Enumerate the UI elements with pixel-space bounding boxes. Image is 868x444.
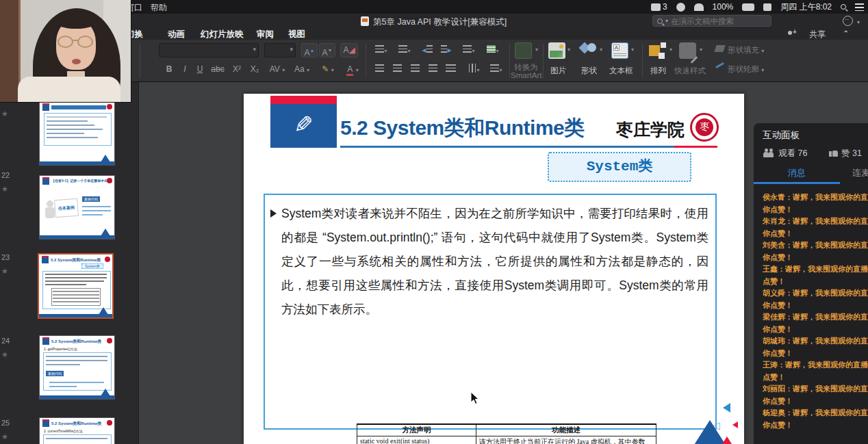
active-tab-indicator xyxy=(754,182,840,184)
underline-button[interactable]: U xyxy=(193,62,207,77)
quick-styles-icon xyxy=(679,42,696,59)
table-header-row: 方法声明 功能描述 xyxy=(357,424,656,436)
viewers-icon xyxy=(763,149,775,157)
title-underline-blue xyxy=(340,146,674,148)
slide-thumbnail-22[interactable]: 【任务5-1】记录一个子串在整串中出现的次数 任务案例 案例代码 xyxy=(39,175,115,239)
thumb-title: 5.2 System类和Runtime类 xyxy=(51,257,110,263)
ppt-doc-icon xyxy=(361,16,369,26)
tab-view[interactable]: 视图 xyxy=(288,29,305,40)
quick-styles-button[interactable]: 快速样式 xyxy=(674,66,706,76)
line-spacing-button[interactable]: ▾ xyxy=(459,43,479,57)
system-methods-table[interactable]: 方法声明 功能描述 static void exit(int status)该方… xyxy=(357,423,656,444)
thumb-heading: 2. currentTimeMillis()方法 xyxy=(44,429,111,433)
thumb-title: 5.2 System类和Runtime类 xyxy=(51,421,110,427)
thumb-caption: 任务案例 xyxy=(54,198,79,218)
thumb-heading: 1. getProperties()方法 xyxy=(44,347,111,351)
star-icon: ★ xyxy=(1,185,8,194)
change-case-button[interactable]: Aa ▾ xyxy=(290,62,314,77)
columns-button[interactable]: ▾ xyxy=(463,62,485,77)
slide-thumbnail-21[interactable] xyxy=(39,101,115,166)
superscript-button[interactable]: X² xyxy=(229,62,245,77)
highlight-color-button[interactable]: ✎ ▾ xyxy=(316,62,340,77)
subscript-button[interactable]: X₂ xyxy=(246,62,263,77)
convert-smartart-button[interactable]: 转换为SmartArt xyxy=(511,63,541,79)
tab-slideshow[interactable]: 幻灯片放映 xyxy=(201,29,244,40)
align-right-button[interactable] xyxy=(407,62,423,77)
justify-button[interactable] xyxy=(424,62,441,77)
chat-message: 王鑫：谢辉，我来围观你的直播啦，给你点赞！ xyxy=(763,263,868,287)
battery-percent[interactable]: 100% xyxy=(713,2,734,12)
tab-messages[interactable]: 消息 xyxy=(788,167,806,179)
align-center-button[interactable] xyxy=(389,62,405,77)
slide-body-textbox[interactable]: System类对读者来说并不陌生，因为在之前所学知识中，需要打印结果时，使用的都… xyxy=(264,194,717,430)
clear-formatting-button[interactable]: A◢ xyxy=(340,43,358,57)
chat-message: 刘丽阳：谢辉，我来围观你的直播啦，给你点赞！ xyxy=(763,383,868,407)
chat-message: 梁佳辉：谢辉，我来围观你的直播啦，给你点赞！ xyxy=(763,311,868,335)
like-icon[interactable] xyxy=(829,148,838,157)
shrink-font-button[interactable]: A▼ xyxy=(319,43,335,57)
shape-fill-icon xyxy=(714,45,725,52)
menubar-clock[interactable]: 周四 上午8:02 xyxy=(780,1,832,13)
table-button[interactable]: ▾ xyxy=(482,43,504,57)
increase-indent-button[interactable]: ▸ xyxy=(438,43,455,57)
tab-animations[interactable]: 动画 xyxy=(168,29,185,40)
collapse-ribbon-icon[interactable]: ⌃ xyxy=(843,29,849,37)
compass-icon[interactable] xyxy=(676,3,685,12)
system-class-badge[interactable]: System类 xyxy=(548,152,691,182)
numbering-button[interactable]: ▾ xyxy=(394,43,415,57)
slide-canvas[interactable]: ✎ 5.2 System类和Runtime类 枣庄学院 枣 System类 Sy… xyxy=(244,94,744,444)
arrange-icon xyxy=(649,42,666,59)
arrange-button[interactable]: 排列 xyxy=(650,66,666,76)
slide-thumbnail-25[interactable]: 5.2 System类和Runtime类 2. currentTimeMilli… xyxy=(39,417,115,444)
prev-arrow-icon[interactable] xyxy=(723,403,730,413)
tab-mic-connect[interactable]: 连麦 xyxy=(852,167,868,179)
document-title: 第5章 Java API 教学设计[兼容模式] xyxy=(373,16,507,28)
tab-review[interactable]: 审阅 xyxy=(257,29,274,40)
camera-status-item[interactable]: 3 xyxy=(651,2,667,12)
slide-number: 23 xyxy=(1,253,10,261)
chat-message: 朱肖龙：谢辉，我来围观你的直播啦，给你点赞！ xyxy=(763,216,868,239)
font-size-combo[interactable] xyxy=(264,43,296,57)
character-spacing-button[interactable]: AV ▾ xyxy=(266,62,289,77)
thumb-badge: 案例代码 xyxy=(46,371,64,376)
shape-outline-button[interactable]: 形状轮廓 ▾ xyxy=(728,64,764,75)
picture-icon xyxy=(548,42,565,59)
menu-help[interactable]: 帮助 xyxy=(151,2,167,14)
font-color-button[interactable]: A ▾ xyxy=(342,62,363,77)
search-input[interactable] xyxy=(671,17,760,25)
slide-number: 25 xyxy=(1,419,10,427)
slide-title[interactable]: 5.2 System类和Runtime类 xyxy=(340,114,585,142)
font-name-combo[interactable] xyxy=(159,43,259,57)
spotlight-icon[interactable] xyxy=(841,4,846,10)
chat-message-list[interactable]: 侯永青：谢辉，我来围观你的直播啦，给你点赞！ 朱肖龙：谢辉，我来围观你的直播啦，… xyxy=(763,192,868,431)
distribute-button[interactable] xyxy=(442,62,459,77)
text-direction-button[interactable]: ▾ xyxy=(486,62,507,77)
chevron-down-icon: ▾ xyxy=(665,18,668,24)
viewer-count: 观看 76 xyxy=(778,148,807,159)
picture-button[interactable]: 图片 xyxy=(550,66,566,76)
slide-thumbnail-24[interactable]: 5.2 System类和Runtime类 1. getProperties()方… xyxy=(39,335,115,400)
decrease-indent-button[interactable]: ◂ xyxy=(419,43,435,57)
textbox-button[interactable]: 文本框 xyxy=(609,66,633,76)
chat-message: 胡城玮：谢辉，我来围观你的直播啦，给你点赞！ xyxy=(763,335,868,359)
bold-button[interactable]: B xyxy=(162,62,177,77)
umbrella-icon[interactable] xyxy=(694,3,704,11)
school-logo: 枣 xyxy=(690,113,719,142)
grow-font-button[interactable]: A▲ xyxy=(301,43,318,57)
slide-thumbnail-23-selected[interactable]: 5.2 System类和Runtime类 System类 xyxy=(38,253,114,319)
smiley-chevron-icon[interactable]: ▾ xyxy=(857,19,860,25)
smartart-dropdown-icon[interactable]: ▾ xyxy=(535,47,538,53)
align-left-button[interactable] xyxy=(371,62,387,77)
interaction-panel: 互动面板 观看 76 赞 31 消息 连麦 侯永青：谢辉，我来围观你的直播啦，给… xyxy=(754,123,868,444)
bullets-button[interactable]: ▾ xyxy=(371,43,392,57)
strikethrough-button[interactable]: abc xyxy=(208,62,227,77)
shape-fill-button[interactable]: 形状填充 ▾ xyxy=(728,45,764,55)
feedback-smiley-icon[interactable] xyxy=(843,16,853,26)
webcam-video xyxy=(0,0,131,103)
display-icon[interactable] xyxy=(763,3,771,11)
shapes-button[interactable]: 形状 xyxy=(581,66,597,76)
presentation-search[interactable]: ▾ xyxy=(652,15,771,27)
share-button[interactable]: 共享 xyxy=(809,29,826,40)
control-center-icon[interactable] xyxy=(855,3,864,11)
italic-button[interactable]: I xyxy=(178,62,192,77)
